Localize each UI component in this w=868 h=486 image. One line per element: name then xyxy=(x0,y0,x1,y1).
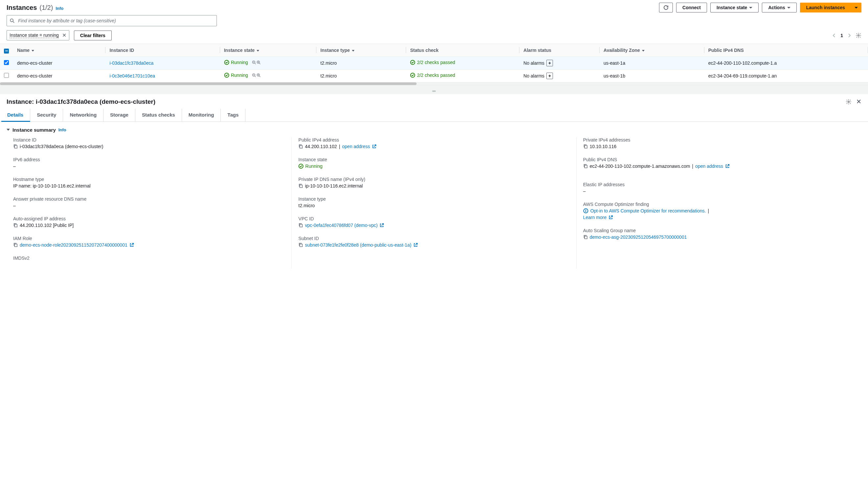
filter-state-button[interactable] xyxy=(252,73,261,78)
filter-remove-button[interactable]: ✕ xyxy=(62,32,66,38)
detail-title: Instance: i-03dac1fc378da0eca (demo-ecs-… xyxy=(7,98,155,105)
col-dns[interactable]: Public IPv4 DNS xyxy=(704,44,868,57)
filter-state-button[interactable] xyxy=(252,60,261,65)
instance-count: (1/2) xyxy=(39,4,53,11)
open-address-link[interactable]: open address xyxy=(342,144,370,149)
subnet-link[interactable]: subnet-073fe1fe2fe0f28e8 (demo-public-us… xyxy=(305,242,411,248)
field-auto-ip: Auto-assigned IP address 44.200.110.102 … xyxy=(13,216,285,228)
col-name-label: Name xyxy=(17,47,30,53)
col-type[interactable]: Instance type xyxy=(316,44,406,57)
scrollbar-thumb[interactable] xyxy=(0,83,416,85)
dropdown-arrow-icon xyxy=(749,7,752,8)
search-input[interactable] xyxy=(7,15,217,26)
value: – xyxy=(13,164,285,169)
copy-button[interactable] xyxy=(298,243,303,247)
cell-dns: ec2-34-204-69-119.compute-1.an xyxy=(704,69,868,82)
tab-storage[interactable]: Storage xyxy=(103,109,135,122)
col-dns-label: Public IPv4 DNS xyxy=(708,47,744,53)
cell-type: t2.micro xyxy=(316,69,406,82)
row-checkbox[interactable] xyxy=(4,73,9,78)
refresh-button[interactable] xyxy=(659,3,673,12)
row-checkbox[interactable] xyxy=(4,60,9,65)
drag-handle-icon: ═ xyxy=(432,88,436,94)
info-link[interactable]: Info xyxy=(56,6,63,11)
col-alarm[interactable]: Alarm status xyxy=(520,44,599,57)
col-id[interactable]: Instance ID xyxy=(105,44,220,57)
pipe: | xyxy=(692,164,693,169)
copy-icon xyxy=(583,144,588,149)
copy-button[interactable] xyxy=(583,144,588,149)
copy-button[interactable] xyxy=(298,144,303,149)
copy-button[interactable] xyxy=(13,144,18,149)
field-private-dns: Private IP DNS name (IPv4 only) ip-10-10… xyxy=(298,177,569,189)
select-all-header[interactable] xyxy=(0,44,13,57)
actions-dropdown[interactable]: Actions xyxy=(762,3,796,12)
detail-actions xyxy=(846,99,861,105)
field-instance-type: Instance type t2.micro xyxy=(298,196,569,208)
sort-icon xyxy=(256,50,259,52)
field-optimizer: AWS Compute Optimizer finding Opt-in to … xyxy=(583,202,855,220)
pagination: 1 xyxy=(833,33,861,38)
instance-state-dropdown[interactable]: Instance state xyxy=(710,3,758,12)
filter-chip-text[interactable]: Instance state = running xyxy=(9,33,59,38)
label: IMDSv2 xyxy=(13,256,285,261)
tab-networking[interactable]: Networking xyxy=(63,109,103,122)
learn-more-link[interactable]: Learn more xyxy=(583,215,607,220)
label: Instance state xyxy=(298,157,569,162)
close-panel-button[interactable] xyxy=(856,99,861,105)
asg-link[interactable]: demo-ecs-asg-20230925120546975700000001 xyxy=(590,234,687,240)
value: 44.200.110.102 xyxy=(305,144,337,149)
col-name[interactable]: Name xyxy=(13,44,105,57)
state-badge: Running xyxy=(298,164,322,169)
optimizer-link[interactable]: Opt-in to AWS Compute Optimizer for reco… xyxy=(590,208,706,214)
add-alarm-button[interactable]: + xyxy=(546,72,553,79)
clear-filters-button[interactable]: Clear filters xyxy=(74,31,112,40)
iam-role-link[interactable]: demo-ecs-node-role2023092511520720740000… xyxy=(20,242,127,248)
dropdown-arrow-icon xyxy=(787,7,790,8)
status-text: 2/2 checks passed xyxy=(417,72,455,78)
panel-resizer[interactable]: ═ xyxy=(0,85,868,94)
alarm-text: No alarms xyxy=(523,60,545,66)
instance-id-link[interactable]: i-0c3e046e1701c10ea xyxy=(110,73,155,78)
launch-instances-button[interactable]: Launch instances xyxy=(800,3,851,12)
cell-name: demo-ecs-cluster xyxy=(13,69,105,82)
value: – xyxy=(583,189,855,194)
table-row[interactable]: demo-ecs-cluster i-03dac1fc378da0eca Run… xyxy=(0,57,868,69)
horizontal-scrollbar[interactable] xyxy=(0,83,868,85)
tab-security[interactable]: Security xyxy=(30,109,63,122)
next-page-button[interactable] xyxy=(848,33,851,38)
col-status[interactable]: Status check xyxy=(406,44,520,57)
open-address-link[interactable]: open address xyxy=(695,164,723,169)
prev-page-button[interactable] xyxy=(833,33,836,38)
launch-instances-dropdown[interactable] xyxy=(851,3,861,12)
table-row[interactable]: demo-ecs-cluster i-0c3e046e1701c10ea Run… xyxy=(0,69,868,82)
detail-header: Instance: i-03dac1fc378da0eca (demo-ecs-… xyxy=(0,94,868,109)
detail-settings-button[interactable] xyxy=(846,99,851,105)
copy-button[interactable] xyxy=(298,184,303,188)
instance-id-link[interactable]: i-03dac1fc378da0eca xyxy=(110,60,153,66)
col-az[interactable]: Availability Zone xyxy=(599,44,704,57)
tab-status[interactable]: Status checks xyxy=(135,109,182,122)
copy-button[interactable] xyxy=(298,223,303,228)
collapse-toggle[interactable] xyxy=(7,129,10,131)
instance-state-label: Instance state xyxy=(717,5,747,10)
tab-details[interactable]: Details xyxy=(1,109,30,122)
vpc-link[interactable]: vpc-0efa1fec40786fd07 (demo-vpc) xyxy=(305,223,377,228)
connect-button[interactable]: Connect xyxy=(676,3,707,12)
external-link-icon xyxy=(413,243,418,247)
col-state-label: Instance state xyxy=(224,47,255,53)
settings-button[interactable] xyxy=(856,33,861,38)
col-az-label: Availability Zone xyxy=(603,47,640,53)
pipe: | xyxy=(339,144,340,149)
col-state[interactable]: Instance state xyxy=(220,44,317,57)
copy-button[interactable] xyxy=(13,223,18,228)
add-alarm-button[interactable]: + xyxy=(546,60,553,66)
tab-monitoring[interactable]: Monitoring xyxy=(182,109,221,122)
copy-button[interactable] xyxy=(583,164,588,168)
tab-tags[interactable]: Tags xyxy=(221,109,245,122)
copy-button[interactable] xyxy=(583,235,588,239)
label: IAM Role xyxy=(13,236,285,241)
section-info-link[interactable]: Info xyxy=(59,127,66,132)
copy-button[interactable] xyxy=(13,243,18,247)
cell-az: us-east-1a xyxy=(599,57,704,69)
